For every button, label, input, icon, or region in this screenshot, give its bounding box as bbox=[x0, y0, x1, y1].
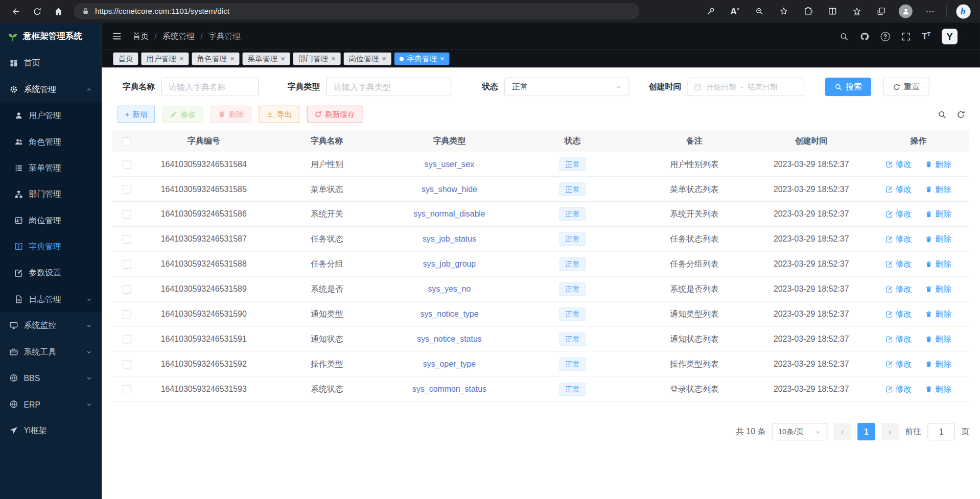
read-aloud-icon[interactable]: A^ bbox=[727, 3, 743, 19]
row-checkbox[interactable] bbox=[123, 310, 131, 319]
row-delete-link[interactable]: 删除 bbox=[925, 383, 951, 394]
sidebar-item-user-management[interactable]: 用户管理 bbox=[0, 103, 102, 129]
sidebar-item-post-management[interactable]: 岗位管理 bbox=[0, 207, 102, 233]
row-edit-link[interactable]: 修改 bbox=[885, 158, 912, 170]
refresh-cache-button[interactable]: 刷新缓存 bbox=[307, 106, 363, 123]
tab-dict-management[interactable]: 字典管理× bbox=[394, 53, 450, 65]
sidebar-item-log-management[interactable]: 日志管理 bbox=[0, 286, 102, 312]
password-key-icon[interactable] bbox=[703, 3, 719, 19]
dict-type-link[interactable]: sys_yes_no bbox=[428, 284, 471, 294]
tab-role-management[interactable]: 角色管理× bbox=[192, 53, 240, 65]
sidebar-item-dict-management[interactable]: 字典管理 bbox=[0, 233, 102, 259]
row-edit-link[interactable]: 修改 bbox=[885, 359, 912, 370]
row-checkbox[interactable] bbox=[123, 210, 131, 219]
sidebar-item-system-management[interactable]: 系统管理 bbox=[0, 76, 102, 102]
row-delete-link[interactable]: 删除 bbox=[925, 308, 951, 320]
table-search-toggle-icon[interactable] bbox=[938, 110, 947, 119]
row-checkbox[interactable] bbox=[123, 185, 131, 194]
row-checkbox[interactable] bbox=[123, 260, 131, 269]
tab-close-icon[interactable]: × bbox=[179, 55, 184, 63]
dict-type-link[interactable]: sys_oper_type bbox=[423, 359, 476, 368]
status-select[interactable]: 正常 bbox=[504, 78, 629, 97]
tab-close-icon[interactable]: × bbox=[382, 55, 386, 63]
row-delete-link[interactable]: 删除 bbox=[925, 334, 951, 345]
github-icon[interactable] bbox=[860, 32, 869, 41]
row-edit-link[interactable]: 修改 bbox=[885, 334, 912, 345]
row-checkbox[interactable] bbox=[123, 160, 131, 169]
sidebar-item-bbs[interactable]: BBS bbox=[0, 365, 102, 391]
dict-type-link[interactable]: sys_job_status bbox=[423, 234, 476, 244]
tab-user-management[interactable]: 用户管理× bbox=[141, 53, 189, 65]
row-delete-link[interactable]: 删除 bbox=[925, 258, 951, 270]
row-delete-link[interactable]: 删除 bbox=[925, 183, 951, 195]
sidebar-item-role-management[interactable]: 角色管理 bbox=[0, 129, 102, 155]
export-button[interactable]: 导出 bbox=[259, 106, 299, 123]
tab-close-icon[interactable]: × bbox=[281, 55, 285, 63]
sidebar-item-menu-management[interactable]: 菜单管理 bbox=[0, 155, 102, 181]
sidebar-item-erp[interactable]: ERP bbox=[0, 391, 102, 417]
row-delete-link[interactable]: 删除 bbox=[925, 208, 951, 220]
tab-post-management[interactable]: 岗位管理× bbox=[344, 53, 391, 65]
current-page-button[interactable]: 1 bbox=[857, 423, 875, 440]
add-favorite-icon[interactable] bbox=[776, 3, 792, 19]
collections-icon[interactable] bbox=[873, 3, 890, 19]
split-screen-icon[interactable] bbox=[824, 3, 841, 19]
dict-type-link[interactable]: sys_show_hide bbox=[422, 184, 477, 194]
sidebar-item-home[interactable]: 首页 bbox=[0, 50, 102, 76]
dict-name-input[interactable] bbox=[161, 78, 259, 97]
more-options-icon[interactable]: ⋯ bbox=[922, 3, 938, 19]
browser-refresh-button[interactable] bbox=[28, 2, 46, 21]
row-edit-link[interactable]: 修改 bbox=[885, 308, 912, 320]
sidebar-item-parameter-settings[interactable]: 参数设置 bbox=[0, 260, 102, 286]
dict-type-link[interactable]: sys_job_group bbox=[423, 259, 476, 269]
row-checkbox[interactable] bbox=[123, 235, 131, 244]
tab-department-management[interactable]: 部门管理× bbox=[293, 53, 341, 65]
tab-close-icon[interactable]: × bbox=[440, 55, 445, 63]
add-button[interactable]: +新增 bbox=[118, 106, 155, 123]
tab-close-icon[interactable]: × bbox=[331, 55, 336, 63]
browser-profile-avatar[interactable] bbox=[898, 3, 914, 19]
prev-page-button[interactable]: ‹ bbox=[834, 423, 851, 440]
font-size-icon[interactable]: TT bbox=[922, 31, 930, 41]
reset-button[interactable]: 重置 bbox=[883, 78, 929, 97]
tab-close-icon[interactable]: × bbox=[230, 55, 235, 63]
sidebar-item-system-tools[interactable]: 系统工具 bbox=[0, 339, 102, 365]
header-search-icon[interactable] bbox=[839, 32, 849, 41]
row-edit-link[interactable]: 修改 bbox=[885, 258, 912, 270]
row-checkbox[interactable] bbox=[123, 360, 131, 369]
browser-address-bar[interactable]: https://ccnetcore.com:1101/system/dict bbox=[74, 3, 639, 19]
tab-home[interactable]: 首页 bbox=[113, 53, 138, 65]
page-size-select[interactable]: 10条/页 bbox=[772, 423, 828, 440]
favorites-icon[interactable] bbox=[849, 3, 865, 19]
select-all-checkbox[interactable] bbox=[123, 137, 131, 146]
table-refresh-icon[interactable] bbox=[956, 110, 965, 119]
dict-type-link[interactable]: sys_user_sex bbox=[425, 159, 474, 169]
search-button[interactable]: 搜索 bbox=[825, 78, 872, 97]
row-delete-link[interactable]: 删除 bbox=[925, 158, 951, 170]
breadcrumb-system-management[interactable]: 系统管理 bbox=[162, 31, 195, 42]
browser-back-button[interactable] bbox=[6, 2, 25, 21]
extensions-icon[interactable] bbox=[800, 3, 816, 19]
tab-menu-management[interactable]: 菜单管理× bbox=[243, 53, 290, 65]
zoom-out-icon[interactable] bbox=[751, 3, 767, 19]
goto-page-input[interactable] bbox=[927, 423, 955, 440]
copilot-bing-icon[interactable]: b bbox=[955, 3, 971, 19]
row-checkbox[interactable] bbox=[123, 335, 131, 344]
row-edit-link[interactable]: 修改 bbox=[885, 283, 912, 295]
dict-type-link[interactable]: sys_notice_type bbox=[420, 309, 478, 318]
row-delete-link[interactable]: 删除 bbox=[925, 359, 951, 370]
sidebar-item-yi-framework[interactable]: Yi框架 bbox=[0, 417, 102, 443]
fullscreen-icon[interactable] bbox=[901, 32, 911, 41]
dict-type-input[interactable] bbox=[326, 78, 452, 97]
row-edit-link[interactable]: 修改 bbox=[885, 208, 912, 220]
browser-home-button[interactable] bbox=[49, 2, 67, 21]
row-delete-link[interactable]: 删除 bbox=[925, 283, 951, 295]
dict-type-link[interactable]: sys_common_status bbox=[412, 384, 486, 393]
row-edit-link[interactable]: 修改 bbox=[885, 383, 912, 394]
row-edit-link[interactable]: 修改 bbox=[885, 183, 912, 195]
user-avatar[interactable]: Y bbox=[942, 29, 958, 44]
dict-type-link[interactable]: sys_normal_disable bbox=[413, 209, 485, 219]
breadcrumb-home[interactable]: 首页 bbox=[132, 31, 149, 42]
sidebar-item-department-management[interactable]: 部门管理 bbox=[0, 181, 102, 207]
collapse-menu-icon[interactable] bbox=[112, 31, 122, 41]
